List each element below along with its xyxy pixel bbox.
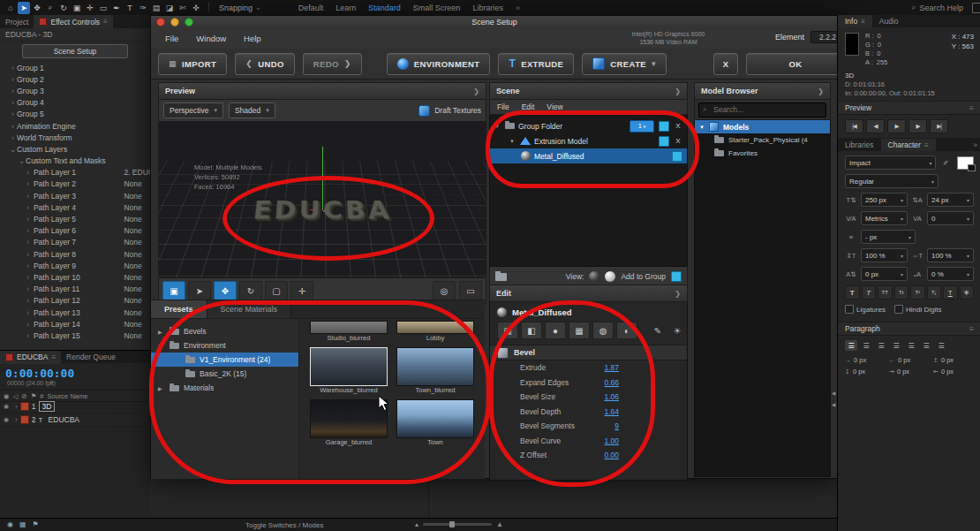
- effect-group-row[interactable]: › Animation Engine: [0, 120, 150, 132]
- path-layer-value[interactable]: None: [124, 203, 150, 212]
- lock-icon[interactable]: ⚑: [31, 392, 37, 400]
- material-thumbnail[interactable]: Town_blurred: [396, 347, 474, 396]
- effect-group-row[interactable]: › Group 1: [0, 62, 150, 73]
- path-layer-row[interactable]: Path Layer 6 None: [0, 225, 150, 237]
- twirl-icon[interactable]: [26, 308, 34, 317]
- go-to-start-icon[interactable]: |◀: [845, 119, 863, 133]
- collapse-arrow-icon[interactable]: ❯: [818, 87, 824, 95]
- twirl-icon[interactable]: [26, 203, 34, 212]
- audio-icon[interactable]: ◁: [13, 392, 19, 400]
- material-row-selected[interactable]: Metal_Diffused: [490, 148, 687, 163]
- shading-mode-dropdown[interactable]: Shaded ▾: [229, 102, 275, 118]
- group-folder-row[interactable]: ▼ Group Folder 1 ▾ X: [490, 118, 687, 133]
- workspace-item[interactable]: Small Screen: [413, 4, 461, 12]
- step-forward-icon[interactable]: ▶: [908, 119, 927, 133]
- path-layer-value[interactable]: None: [124, 331, 150, 340]
- align-center-icon[interactable]: ☰: [860, 340, 872, 351]
- path-layer-row[interactable]: Path Layer 3 None: [0, 190, 150, 201]
- twirl-icon[interactable]: ▼: [699, 125, 705, 130]
- draft-textures-toggle[interactable]: Draft Textures: [418, 105, 481, 117]
- kerning-dropdown[interactable]: Metrics ▾: [861, 211, 908, 225]
- path-layer-row[interactable]: Path Layer 11 None: [0, 284, 150, 295]
- effect-group-row[interactable]: › Group 3: [0, 85, 150, 96]
- horizontal-scale-dropdown[interactable]: 100 % ▾: [927, 248, 974, 262]
- font-family-dropdown[interactable]: Impact ▾: [845, 156, 936, 170]
- presets-tree-item[interactable]: ▶ Materials: [151, 381, 298, 395]
- reflection-map-icon[interactable]: ◍: [592, 322, 614, 339]
- small-caps-button[interactable]: [894, 285, 909, 300]
- path-layer-value[interactable]: None: [124, 284, 150, 293]
- bevel-mode-icon[interactable]: ◧: [521, 322, 542, 339]
- material-thumbnail[interactable]: Garage_blurred: [310, 399, 388, 448]
- path-layer-value[interactable]: None: [124, 226, 150, 235]
- collapse-left-icon[interactable]: ◀: [832, 401, 836, 407]
- move-gizmo-icon[interactable]: ✥: [214, 281, 237, 300]
- collapse-arrow-icon[interactable]: ❯: [675, 87, 681, 95]
- twirl-icon[interactable]: ▼: [494, 124, 501, 129]
- path-layer-value[interactable]: None: [124, 273, 150, 282]
- underline-button[interactable]: [943, 285, 958, 300]
- paragraph-field[interactable]: 0 px: [933, 356, 974, 364]
- effect-group-row[interactable]: › Group 4: [0, 97, 150, 109]
- menu-item[interactable]: File: [497, 102, 509, 111]
- paragraph-field[interactable]: 0 px: [845, 356, 886, 364]
- path-layer-row[interactable]: Path Layer 14 None: [0, 318, 150, 330]
- twirl-icon[interactable]: [26, 284, 34, 293]
- layer-name[interactable]: 3D: [39, 401, 56, 412]
- panel-menu-icon[interactable]: ≡: [51, 353, 56, 361]
- presets-tree-item[interactable]: V1_Environment (24): [151, 353, 298, 367]
- justify-last-right-icon[interactable]: ☰: [920, 340, 932, 351]
- twirl-icon[interactable]: ›: [15, 415, 18, 424]
- twirl-icon[interactable]: ⌄: [18, 156, 26, 165]
- path-layer-value[interactable]: None: [124, 308, 150, 317]
- tab-scene-materials[interactable]: Scene Materials: [207, 300, 292, 318]
- collapse-arrow-icon[interactable]: ❯: [675, 290, 681, 298]
- delete-button[interactable]: X: [674, 122, 682, 130]
- visibility-checkbox[interactable]: [672, 151, 682, 162]
- effect-group-row[interactable]: ⌄ Custom Layers: [0, 143, 150, 155]
- vertical-scale-dropdown[interactable]: 100 % ▾: [861, 248, 908, 262]
- tab-presets[interactable]: Presets: [151, 300, 207, 318]
- twirl-icon[interactable]: [26, 168, 34, 177]
- param-value[interactable]: 1.64: [575, 407, 619, 416]
- new-folder-icon[interactable]: [495, 273, 507, 281]
- path-layer-value[interactable]: None: [124, 262, 150, 270]
- model-search-input[interactable]: [698, 102, 826, 118]
- path-layer-row[interactable]: Path Layer 9 None: [0, 260, 150, 271]
- select-mode-icon[interactable]: ➤: [188, 281, 211, 300]
- layer-name[interactable]: EDUCBA: [49, 415, 79, 424]
- layer-color-chip[interactable]: [20, 415, 29, 424]
- faux-bold-button[interactable]: [845, 285, 860, 300]
- path-layer-row[interactable]: Path Layer 1 2. EDUC: [0, 167, 150, 178]
- align-right-icon[interactable]: ☰: [875, 340, 887, 351]
- path-layer-value[interactable]: None: [124, 238, 150, 247]
- justify-all-icon[interactable]: ☰: [935, 340, 947, 351]
- window-titlebar[interactable]: Scene Setup: [151, 16, 838, 29]
- path-layer-row[interactable]: Path Layer 4 None: [0, 201, 150, 213]
- collapse-arrow-icon[interactable]: ❯: [473, 87, 479, 95]
- scale-gizmo-icon[interactable]: ▢: [265, 281, 288, 300]
- home-icon[interactable]: ⌂: [4, 2, 17, 14]
- render-quality-icon[interactable]: ◎: [433, 281, 456, 300]
- subscript-button[interactable]: [927, 285, 942, 300]
- axis-mode-icon[interactable]: ✛: [290, 281, 313, 300]
- more-workspaces-icon[interactable]: »: [516, 4, 520, 12]
- fill-color-swatch[interactable]: [957, 156, 974, 170]
- delete-button[interactable]: X: [674, 137, 682, 145]
- panel-icon[interactable]: [972, 3, 980, 13]
- snapping-toggle[interactable]: Snapping ⌄: [219, 4, 261, 12]
- thumbnail-image[interactable]: [310, 399, 388, 438]
- twirl-icon[interactable]: ›: [9, 122, 17, 131]
- draft-3d-icon[interactable]: ▦: [19, 520, 26, 528]
- twirl-icon[interactable]: [26, 331, 34, 340]
- models-root-row[interactable]: ▼ Models: [695, 120, 830, 133]
- texture-map-icon[interactable]: ▦: [569, 322, 590, 339]
- add-to-group-checkbox[interactable]: [671, 271, 682, 282]
- pen-tool-icon[interactable]: ✒: [110, 2, 123, 14]
- workspace-item[interactable]: Standard: [368, 4, 401, 12]
- panel-menu-icon[interactable]: ≡: [969, 103, 974, 112]
- tab-libraries[interactable]: Libraries: [838, 139, 881, 151]
- panel-menu-icon[interactable]: ≡: [103, 18, 108, 26]
- camera-view-icon[interactable]: ▣: [162, 281, 185, 300]
- twirl-icon[interactable]: ▼: [158, 343, 165, 348]
